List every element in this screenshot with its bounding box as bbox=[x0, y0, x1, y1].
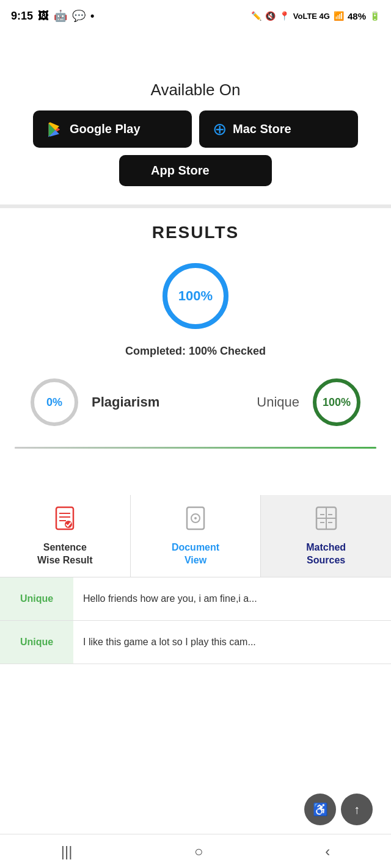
result-item-2: Unique I like this game a lot so I play … bbox=[0, 621, 391, 664]
plagiarism-label: Plagiarism bbox=[92, 394, 159, 410]
unique-percent: 100% bbox=[323, 396, 351, 409]
mac-store-icon: ⊕ bbox=[213, 119, 227, 139]
mute-icon: 🔇 bbox=[265, 11, 276, 21]
signal-bars-icon: 📶 bbox=[334, 11, 344, 21]
plagiarism-percent: 0% bbox=[46, 396, 62, 409]
metrics-row: 0% Plagiarism Unique 100% bbox=[15, 375, 376, 430]
view-tabs: SentenceWise Result DocumentView Mat bbox=[0, 495, 391, 577]
nav-menu-button[interactable]: ||| bbox=[61, 843, 73, 860]
document-view-icon bbox=[183, 506, 208, 535]
unique-metric: Unique 100% bbox=[257, 375, 364, 430]
available-on-title: Available On bbox=[151, 81, 241, 99]
top-spacer bbox=[0, 32, 391, 81]
store-buttons-row: Google Play ⊕ Mac Store bbox=[12, 110, 379, 148]
messenger-icon: 💬 bbox=[72, 9, 86, 23]
status-bar: 9:15 🖼 🤖 💬 • ✏️ 🔇 📍 VoLTE 4G 📶 48% 🔋 bbox=[0, 0, 391, 32]
scroll-top-fab[interactable]: ↑ bbox=[341, 794, 373, 825]
pencil-icon: ✏️ bbox=[251, 11, 261, 21]
battery-label: 48% bbox=[348, 11, 366, 21]
mac-store-label: Mac Store bbox=[233, 122, 291, 136]
matched-sources-icon bbox=[314, 506, 338, 535]
results-title: RESULTS bbox=[152, 223, 239, 242]
result-item-1: Unique Hello friends how are you, i am f… bbox=[0, 577, 391, 621]
bottom-spacer bbox=[0, 664, 391, 713]
android-icon: 🤖 bbox=[54, 9, 67, 23]
scroll-top-icon: ↑ bbox=[354, 803, 360, 817]
results-section: RESULTS 100% Completed: 100% Checked 0% … bbox=[0, 223, 391, 473]
accessibility-icon: ♿ bbox=[313, 802, 328, 817]
google-play-icon bbox=[46, 121, 64, 138]
unique-key: Unique bbox=[257, 394, 299, 410]
location-icon: 📍 bbox=[279, 11, 290, 21]
google-play-button[interactable]: Google Play bbox=[33, 110, 192, 148]
app-store-label: App Store bbox=[151, 164, 210, 178]
nav-back-button[interactable]: ‹ bbox=[325, 843, 330, 860]
main-percent-label: 100% bbox=[178, 288, 213, 304]
bottom-nav: ||| ○ ‹ bbox=[0, 834, 391, 868]
result-text-2: I like this game a lot so I play this ca… bbox=[73, 621, 391, 664]
signal-text: VoLTE 4G bbox=[293, 12, 330, 21]
metrics-progress-bar bbox=[15, 447, 376, 449]
matched-sources-svg bbox=[314, 506, 338, 530]
document-view-svg bbox=[183, 506, 208, 530]
main-progress-circle: 100% bbox=[159, 259, 232, 333]
google-play-label: Google Play bbox=[70, 122, 141, 136]
result-text-1: Hello friends how are you, i am fine,i a… bbox=[73, 577, 391, 620]
result-items-list: Unique Hello friends how are you, i am f… bbox=[0, 577, 391, 664]
plagiarism-metric: 0% Plagiarism bbox=[27, 375, 159, 430]
time-display: 9:15 bbox=[11, 10, 33, 23]
tab-sentence-wise[interactable]: SentenceWise Result bbox=[0, 495, 131, 577]
section-divider bbox=[0, 204, 391, 208]
plagiarism-circle: 0% bbox=[27, 375, 82, 430]
sentence-wise-icon bbox=[53, 506, 77, 535]
badge-text-2: Unique bbox=[12, 633, 62, 651]
status-time-group: 9:15 🖼 🤖 💬 • bbox=[11, 9, 94, 23]
matched-sources-label: MatchedSources bbox=[306, 541, 346, 567]
available-on-section: Available On Google Play ⊕ Mac Store App… bbox=[0, 81, 391, 204]
svg-point-10 bbox=[65, 521, 72, 528]
app-store-button[interactable]: App Store bbox=[119, 155, 272, 186]
unique-circle: 100% bbox=[309, 375, 364, 430]
tab-matched-sources[interactable]: MatchedSources bbox=[261, 495, 391, 577]
sentence-wise-svg bbox=[53, 506, 77, 530]
accessibility-fab[interactable]: ♿ bbox=[304, 794, 336, 825]
sentence-wise-label: SentenceWise Result bbox=[37, 541, 93, 567]
tab-document-view[interactable]: DocumentView bbox=[131, 495, 261, 577]
completed-text: Completed: 100% Checked bbox=[125, 345, 266, 358]
mac-store-button[interactable]: ⊕ Mac Store bbox=[199, 110, 358, 148]
spacing bbox=[0, 473, 391, 495]
result-badge-2: Unique bbox=[0, 621, 73, 664]
battery-icon: 🔋 bbox=[370, 11, 380, 21]
nav-home-button[interactable]: ○ bbox=[194, 843, 203, 860]
dot-indicator: • bbox=[90, 10, 94, 23]
result-badge-1: Unique bbox=[0, 577, 73, 620]
status-icons-group: ✏️ 🔇 📍 VoLTE 4G 📶 48% 🔋 bbox=[251, 11, 380, 21]
svg-point-13 bbox=[194, 517, 197, 519]
document-view-label: DocumentView bbox=[172, 541, 219, 567]
badge-text-1: Unique bbox=[12, 590, 62, 608]
gallery-icon: 🖼 bbox=[38, 10, 49, 23]
